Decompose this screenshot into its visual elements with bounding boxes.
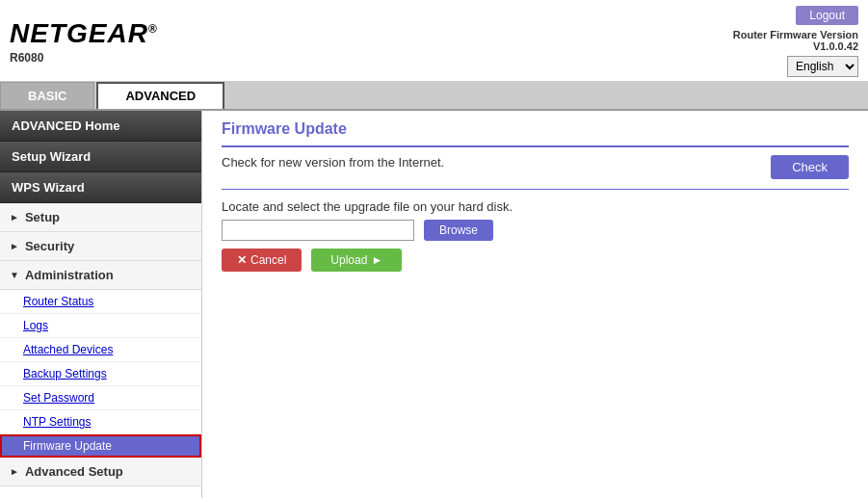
check-row: Check for new version from the Internet.… bbox=[222, 155, 849, 179]
browse-button[interactable]: Browse bbox=[424, 220, 493, 241]
header-right: Logout Router Firmware Version V1.0.0.42… bbox=[733, 6, 858, 77]
sidebar-item-attached-devices[interactable]: Attached Devices bbox=[0, 338, 201, 362]
language-selector[interactable]: English French German Spanish bbox=[787, 56, 858, 77]
action-row: ✕ Cancel Upload ► bbox=[222, 249, 849, 272]
sidebar-item-backup-settings[interactable]: Backup Settings bbox=[0, 362, 201, 386]
check-button[interactable]: Check bbox=[771, 155, 849, 179]
logo-name: NETGEAR bbox=[10, 18, 148, 48]
sidebar-section-setup[interactable]: ► Setup bbox=[0, 203, 201, 232]
sidebar-item-advanced-home[interactable]: ADVANCED Home bbox=[0, 111, 201, 142]
page-title: Firmware Update bbox=[222, 120, 849, 138]
locate-text: Locate and select the upgrade file on yo… bbox=[222, 199, 849, 214]
firmware-version-label: Router Firmware Version bbox=[733, 29, 858, 40]
tab-advanced[interactable]: ADVANCED bbox=[96, 82, 224, 109]
sidebar-section-administration[interactable]: ▼ Administration bbox=[0, 261, 201, 290]
sidebar-item-setup-wizard[interactable]: Setup Wizard bbox=[0, 142, 201, 172]
advanced-setup-arrow: ► bbox=[10, 466, 19, 477]
setup-arrow: ► bbox=[10, 212, 19, 223]
file-path-input[interactable] bbox=[222, 220, 414, 241]
upload-arrow-icon: ► bbox=[371, 253, 382, 267]
advanced-setup-label: Advanced Setup bbox=[25, 464, 123, 479]
separator-1 bbox=[222, 145, 849, 147]
tab-bar: BASIC ADVANCED bbox=[0, 82, 868, 111]
cancel-x-icon: ✕ bbox=[237, 253, 247, 267]
cancel-label: Cancel bbox=[250, 253, 286, 267]
sidebar-item-wps-wizard[interactable]: WPS Wizard bbox=[0, 172, 201, 203]
model-number: R6080 bbox=[10, 51, 158, 65]
sidebar-item-set-password[interactable]: Set Password bbox=[0, 386, 201, 410]
file-row: Browse bbox=[222, 220, 849, 241]
administration-arrow: ▼ bbox=[10, 270, 19, 280]
upload-label: Upload bbox=[330, 253, 367, 267]
separator-2 bbox=[222, 189, 849, 190]
tab-basic[interactable]: BASIC bbox=[0, 82, 94, 109]
check-text: Check for new version from the Internet. bbox=[222, 155, 444, 170]
logo-area: NETGEAR® R6080 bbox=[10, 18, 158, 65]
sidebar-item-logs[interactable]: Logs bbox=[0, 314, 201, 338]
sidebar-section-security[interactable]: ► Security bbox=[0, 232, 201, 261]
header: NETGEAR® R6080 Logout Router Firmware Ve… bbox=[0, 0, 868, 82]
main-layout: ADVANCED Home Setup Wizard WPS Wizard ► … bbox=[0, 111, 868, 498]
sidebar-section-advanced-setup[interactable]: ► Advanced Setup bbox=[0, 458, 201, 486]
logo-registered: ® bbox=[148, 22, 158, 36]
sidebar-item-firmware-update[interactable]: Firmware Update bbox=[0, 434, 201, 458]
logo: NETGEAR® bbox=[10, 18, 158, 49]
cancel-button[interactable]: ✕ Cancel bbox=[222, 249, 302, 272]
sidebar: ADVANCED Home Setup Wizard WPS Wizard ► … bbox=[0, 111, 202, 498]
logout-button[interactable]: Logout bbox=[796, 6, 858, 25]
upload-button[interactable]: Upload ► bbox=[311, 249, 402, 272]
setup-label: Setup bbox=[25, 210, 60, 224]
firmware-version: Router Firmware Version V1.0.0.42 bbox=[733, 29, 858, 52]
content-area: Firmware Update Check for new version fr… bbox=[202, 111, 868, 498]
administration-label: Administration bbox=[25, 268, 114, 282]
security-label: Security bbox=[25, 239, 74, 253]
security-arrow: ► bbox=[10, 241, 19, 251]
sidebar-item-router-status[interactable]: Router Status bbox=[0, 290, 201, 314]
firmware-version-value: V1.0.0.42 bbox=[813, 40, 858, 52]
sidebar-item-ntp-settings[interactable]: NTP Settings bbox=[0, 410, 201, 434]
